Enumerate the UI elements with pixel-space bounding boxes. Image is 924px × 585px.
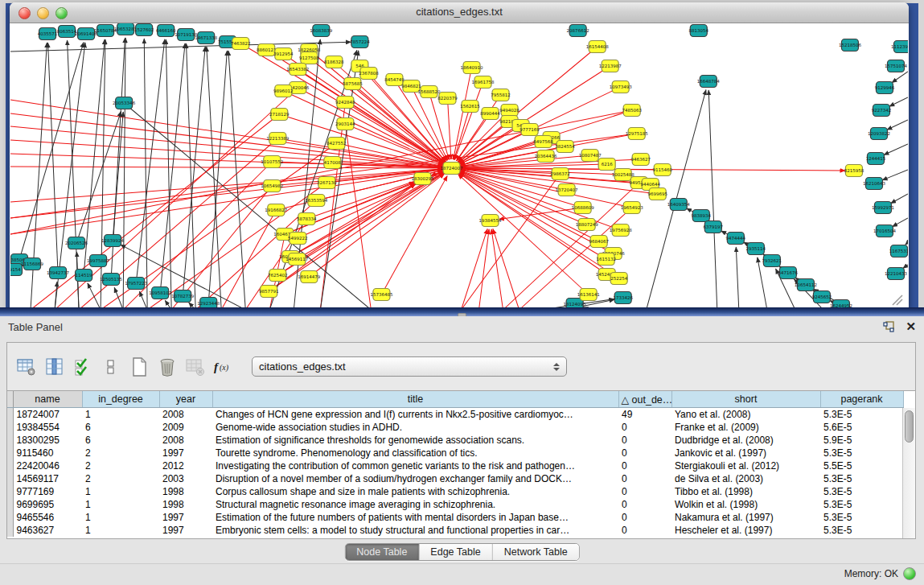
network-node[interactable]: 5875685 <box>343 78 363 90</box>
network-node[interactable]: 12213389 <box>266 133 290 145</box>
network-node[interactable]: 10107552 <box>261 156 283 168</box>
network-node[interactable]: 6466160 <box>156 25 176 37</box>
network-node[interactable]: 9227342 <box>872 105 892 117</box>
network-node[interactable]: 12505135 <box>100 274 123 286</box>
table-row[interactable]: 911546021997Tourette syndrome. Phenomeno… <box>7 447 903 459</box>
network-node[interactable]: 9494028 <box>499 105 519 117</box>
network-node[interactable]: 13942737 <box>47 267 70 279</box>
network-node[interactable]: 15751074 <box>885 60 908 72</box>
network-node[interactable]: 14569117 <box>285 253 309 266</box>
network-node[interactable]: 10958107 <box>149 287 172 299</box>
table-row[interactable]: 946554611997Estimation of the future num… <box>7 511 903 524</box>
table-row[interactable]: 1938455462009Genome-wide association stu… <box>7 421 903 434</box>
network-node[interactable]: 8215958 <box>844 165 864 177</box>
network-node[interactable]: 9838934 <box>692 210 712 222</box>
network-node[interactable]: 2935114 <box>746 243 766 255</box>
network-node[interactable]: 9777169 <box>519 124 540 136</box>
network-node[interactable]: 16648784 <box>697 76 721 88</box>
network-node[interactable]: 1733426 <box>613 292 633 304</box>
tab-node-table[interactable]: Node Table <box>345 544 419 560</box>
network-node[interactable]: 14671338 <box>195 32 218 44</box>
network-node[interactable]: 16083839 <box>310 25 333 37</box>
network-node[interactable]: 4035571 <box>38 28 58 40</box>
network-node[interactable]: 1527602 <box>134 24 154 36</box>
network-node[interactable]: 10654982 <box>261 180 283 192</box>
network-node[interactable]: 20364436 <box>535 150 558 163</box>
network-canvas[interactable]: 4035571806351420691406116507841065328715… <box>10 23 908 310</box>
table-row[interactable]: 1872400712008Changes of HCN gene express… <box>7 408 903 422</box>
network-node[interactable]: 20206526 <box>65 237 88 249</box>
network-node[interactable]: 16543382 <box>286 64 309 76</box>
network-node[interactable]: 9129946 <box>875 82 895 94</box>
canvas-resize-grip[interactable] <box>893 295 902 305</box>
network-node[interactable]: 9127508 <box>299 52 319 64</box>
network-node[interactable]: 252254 <box>610 273 628 285</box>
network-node[interactable]: 17957223 <box>125 278 148 290</box>
show-columns-button[interactable] <box>43 356 65 377</box>
network-node[interactable]: 8220379 <box>437 93 458 105</box>
close-panel-icon[interactable]: ✕ <box>906 319 916 334</box>
network-node[interactable]: 6497568 <box>533 136 553 148</box>
network-node[interactable]: 12975185 <box>626 128 649 140</box>
network-node[interactable]: 9857791 <box>259 286 279 298</box>
network-node[interactable]: 16210643 <box>863 178 886 190</box>
network-node[interactable]: 10654112 <box>795 279 817 291</box>
network-node[interactable]: 9463627 <box>630 154 651 166</box>
network-node[interactable]: 12839924 <box>101 235 125 247</box>
network-node[interactable]: 7932621 <box>762 255 782 267</box>
network-node[interactable]: 9896012 <box>273 85 294 97</box>
network-node[interactable]: 7463822 <box>231 38 251 50</box>
network-node[interactable]: 8063514 <box>57 26 77 38</box>
network-node[interactable]: 18300295 <box>411 173 434 185</box>
network-node[interactable]: 10688609 <box>572 202 595 214</box>
table-row[interactable]: 1456911722003Disruption of a novel membe… <box>7 472 903 485</box>
network-node[interactable]: 20053346 <box>113 97 136 109</box>
network-node[interactable]: 9242848 <box>335 97 355 109</box>
network-node[interactable]: 2367808 <box>359 68 379 80</box>
network-node[interactable]: 6216 <box>598 159 615 171</box>
network-node[interactable]: 19756928 <box>610 225 633 237</box>
network-node[interactable]: 2903144 <box>335 118 355 130</box>
network-node[interactable]: 8990444 <box>480 108 500 120</box>
network-node[interactable]: 11156869 <box>21 258 44 270</box>
network-node[interactable]: 18724007 <box>440 163 463 175</box>
network-node[interactable]: 11123904 <box>891 41 908 53</box>
network-node[interactable]: 1244415 <box>866 153 886 165</box>
network-node[interactable]: 6379197 <box>704 221 724 233</box>
network-node[interactable]: 8186328 <box>324 56 344 68</box>
column-header-3[interactable]: title <box>212 391 618 408</box>
network-node[interactable]: 8471676 <box>778 267 799 279</box>
network-window-titlebar[interactable]: citations_edges.txt <box>10 2 909 23</box>
function-builder-button[interactable]: f (x) <box>212 356 234 377</box>
network-node[interactable]: 9474444 <box>726 233 746 245</box>
network-node[interactable]: 8427552 <box>326 138 347 150</box>
network-node[interactable]: 15736485 <box>370 289 393 301</box>
network-node[interactable]: 9699695 <box>647 188 667 200</box>
network-node[interactable]: 18807249 <box>576 219 599 231</box>
network-node[interactable]: 10782739 <box>171 290 195 303</box>
network-node[interactable]: 417008 <box>324 157 342 169</box>
network-node[interactable]: 20876612 <box>567 25 589 37</box>
column-header-4[interactable]: △ out_de… <box>618 391 671 408</box>
table-row[interactable]: 946362711997Embryonic stem cells: a mode… <box>7 524 903 537</box>
column-header-0[interactable]: name <box>13 391 82 408</box>
network-node[interactable]: 3912954 <box>273 48 294 60</box>
network-node[interactable]: 10807487 <box>579 150 602 162</box>
network-node[interactable]: 19384554 <box>479 215 503 227</box>
network-node[interactable]: 5878334 <box>297 213 317 225</box>
network-node[interactable]: 1562615 <box>460 101 480 113</box>
network-node[interactable]: 19975887 <box>87 255 110 267</box>
create-table-button[interactable] <box>128 356 150 377</box>
network-node[interactable]: 16136141 <box>577 289 600 301</box>
row-height-button[interactable] <box>100 356 121 377</box>
network-node[interactable]: 19654923 <box>621 202 644 214</box>
network-node[interactable]: 18640910 <box>461 62 484 74</box>
network-node[interactable]: 8813054 <box>689 25 709 37</box>
network-node[interactable]: 16914479 <box>298 271 321 283</box>
network-node[interactable]: 114519 <box>76 270 93 282</box>
network-node[interactable]: 9115460 <box>652 164 672 176</box>
network-node[interactable]: 12093822 <box>868 128 890 140</box>
network-node[interactable]: 16409354 <box>667 199 691 211</box>
column-header-2[interactable]: year <box>159 391 212 408</box>
table-row[interactable]: 2242004622012Investigating the contribut… <box>7 459 903 472</box>
